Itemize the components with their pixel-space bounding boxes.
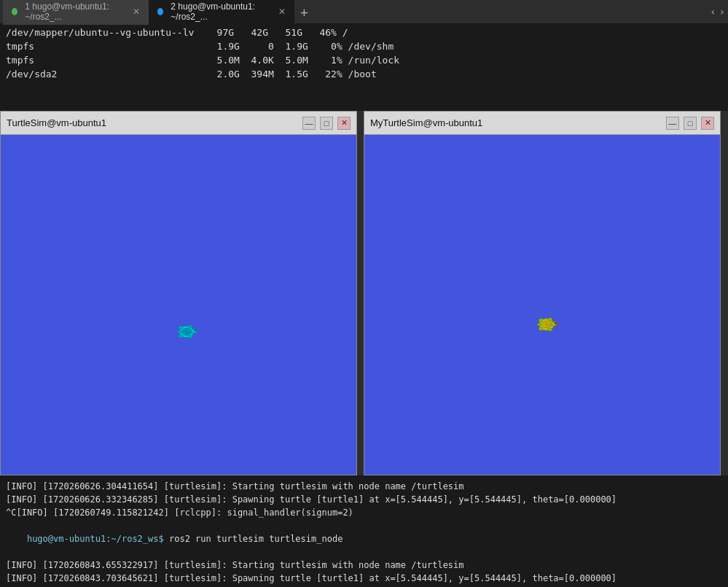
turtlesim-title-left: TurtleSim@vm-ubuntu1 xyxy=(7,117,106,128)
tab-2-close[interactable]: ✕ xyxy=(278,7,286,17)
tab-nav-prev[interactable]: ‹ xyxy=(710,6,716,18)
bottom-terminal-line-5: [INFO] [1720260843.655322917] [turtlesim… xyxy=(6,559,722,572)
top-terminal: /dev/mapper/ubuntu--vg-ubuntu--lv 97G 42… xyxy=(0,23,728,111)
turtlesim-titlebar-right[interactable]: MyTurtleSim@vm-ubuntu1 — □ ✕ xyxy=(364,112,720,135)
turtlesim-window-left: TurtleSim@vm-ubuntu1 — □ ✕ xyxy=(0,111,357,475)
terminal-line-2: tmpfs 1.9G 0 1.9G 0% /dev/shm xyxy=(6,40,722,54)
svg-point-15 xyxy=(551,322,557,326)
minimize-button-right[interactable]: — xyxy=(666,117,679,130)
tab-2[interactable]: 2 hugo@vm-ubuntu1: ~/ros2_... ✕ xyxy=(149,0,294,25)
maximize-button-right[interactable]: □ xyxy=(684,117,697,130)
svg-point-21 xyxy=(537,324,541,326)
svg-point-22 xyxy=(556,324,558,326)
turtlesim-controls-right: — □ ✕ xyxy=(666,117,714,130)
bottom-terminal-line-2: [INFO] [1720260626.332346285] [turtlesim… xyxy=(6,493,722,506)
tab-navigation: ‹ › xyxy=(710,6,725,18)
maximize-button-left[interactable]: □ xyxy=(320,117,333,130)
svg-point-16 xyxy=(555,322,556,324)
close-button-right[interactable]: ✕ xyxy=(701,117,714,130)
svg-point-5 xyxy=(195,330,196,331)
svg-point-10 xyxy=(177,331,181,333)
bottom-terminal-line-6: [INFO] [1720260843.703645621] [turtlesim… xyxy=(6,572,722,585)
tab-1-close[interactable]: ✕ xyxy=(133,7,140,17)
close-button-left[interactable]: ✕ xyxy=(337,117,351,130)
turtle-sprite-left xyxy=(172,321,201,343)
tab-bar: 1 hugo@vm-ubuntu1: ~/ros2_... ✕ 2 hugo@v… xyxy=(0,0,728,23)
bottom-terminal[interactable]: [INFO] [1720260626.304411654] [turtlesim… xyxy=(0,475,728,587)
bottom-terminal-line-4: hugo@vm-ubuntu1:~/ros2_ws$ ros2 run turt… xyxy=(6,519,722,559)
bottom-terminal-line-3: ^C[INFO] [1720260749.115821242] [rclcpp]… xyxy=(6,506,722,519)
turtlesim-canvas-right xyxy=(364,135,720,475)
turtlesim-canvas-left xyxy=(1,135,356,475)
tab-add-button[interactable]: + xyxy=(294,4,314,20)
tab-2-label: 2 hugo@vm-ubuntu1: ~/ros2_... xyxy=(171,1,274,22)
terminal-command: ros2 run turtlesim turtlesim_node xyxy=(164,534,343,544)
tab-nav-next[interactable]: › xyxy=(719,6,725,18)
bottom-terminal-line-1: [INFO] [1720260626.304411654] [turtlesim… xyxy=(6,480,722,493)
turtle-svg-right xyxy=(532,314,561,335)
turtlesim-window-right: MyTurtleSim@vm-ubuntu1 — □ ✕ xyxy=(364,111,721,475)
tab-indicator-1 xyxy=(12,8,17,15)
tab-1[interactable]: 1 hugo@vm-ubuntu1: ~/ros2_... ✕ xyxy=(3,0,149,25)
turtlesim-title-right: MyTurtleSim@vm-ubuntu1 xyxy=(370,117,482,128)
tab-1-label: 1 hugo@vm-ubuntu1: ~/ros2_... xyxy=(25,1,128,22)
terminal-line-1: /dev/mapper/ubuntu--vg-ubuntu--lv 97G 42… xyxy=(6,26,722,40)
svg-point-4 xyxy=(191,329,197,333)
tab-indicator-2 xyxy=(157,8,163,15)
terminal-line-3: tmpfs 5.0M 4.0K 5.0M 1% /run/lock xyxy=(6,54,722,68)
turtlesim-controls-left: — □ ✕ xyxy=(302,117,351,130)
minimize-button-left[interactable]: — xyxy=(302,117,316,130)
turtle-svg-left xyxy=(172,321,201,343)
terminal-prompt: hugo@vm-ubuntu1:~/ros2_ws$ xyxy=(27,534,164,544)
simulation-section: TurtleSim@vm-ubuntu1 — □ ✕ xyxy=(0,111,728,475)
terminal-line-4: /dev/sda2 2.0G 394M 1.5G 22% /boot xyxy=(6,68,722,82)
turtle-sprite-right xyxy=(532,314,561,335)
turtlesim-titlebar-left[interactable]: TurtleSim@vm-ubuntu1 — □ ✕ xyxy=(1,112,356,135)
